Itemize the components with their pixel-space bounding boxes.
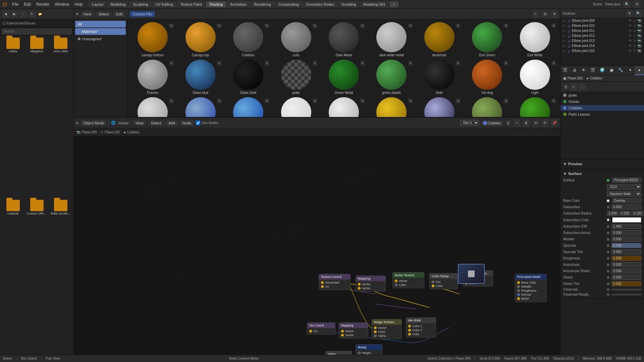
sr2[interactable]: 0.200 — [619, 211, 631, 216]
tab-layout[interactable]: Layout — [89, 1, 107, 7]
distribution-select[interactable]: GGX — [607, 184, 641, 190]
topbar-icon-settings[interactable]: ⚙ — [633, 1, 641, 8]
cursor-icon1[interactable]: ⊙ — [633, 19, 636, 22]
eye-icon3[interactable]: 👁 — [629, 29, 632, 33]
prop-tab-modifier[interactable]: 🔧 — [616, 66, 626, 75]
nav-up-btn[interactable]: ↑ — [19, 10, 27, 18]
render-icon2[interactable]: 📷 — [637, 24, 641, 27]
render-icon4[interactable]: 📷 — [637, 34, 641, 38]
mat-edit-icon-27[interactable]: ✎ — [551, 99, 556, 103]
eye-icon4[interactable]: 👁 — [629, 34, 632, 38]
mat-item-logo2[interactable]: ✎ Logo 2 — [226, 97, 271, 117]
nav-refresh-btn[interactable]: ↻ — [28, 10, 36, 18]
tab-add[interactable]: + — [389, 1, 398, 7]
mat-edit-icon-16[interactable]: ✎ — [456, 61, 461, 66]
node-mapping2[interactable]: Mapping Vector Vector — [339, 322, 368, 339]
mat-list-grate[interactable]: grate — [560, 92, 644, 99]
metal-val[interactable]: 0.000 — [611, 237, 641, 242]
sr1[interactable]: 1.000 — [607, 211, 619, 216]
new-mat-btn[interactable]: + — [513, 119, 521, 127]
outliner-filter-btn[interactable]: ▼ — [626, 10, 633, 17]
prop-tab-object[interactable]: ▣ — [607, 66, 616, 75]
node-output[interactable] — [458, 264, 485, 284]
slot-dropdown[interactable]: Slot 3 — [460, 120, 479, 126]
preview-btn[interactable]: 👁 — [541, 119, 549, 127]
outliner-item-7[interactable]: ▷ △ Elbow joint.015 👁 ⊙ 📷 — [560, 48, 644, 53]
render-icon5[interactable]: 📷 — [637, 39, 641, 43]
folder-adobe[interactable]: Adobe — [2, 38, 24, 198]
mat-edit-icon[interactable]: ✎ — [169, 23, 174, 28]
preview-header[interactable]: ▼ Preview — [563, 161, 641, 167]
spec-val[interactable]: 0.500 — [611, 243, 641, 248]
tab-uv[interactable]: UV Editing — [152, 1, 176, 7]
node-img-tex[interactable]: Image Texture Vector Color Alpha — [372, 319, 402, 339]
mat-item-green-plastic[interactable]: ✎ green plastic — [369, 60, 414, 95]
tab-shading[interactable]: Shading — [206, 1, 226, 7]
sheen-val[interactable]: 0.000 — [611, 275, 641, 280]
node-mapping[interactable]: Mapping Vector Vector — [356, 276, 386, 292]
mat-edit-icon-24[interactable]: ✎ — [408, 99, 413, 103]
breadcrumb-plane025[interactable]: Plane.025 — [105, 130, 120, 134]
tab-animation[interactable]: Animation — [227, 1, 250, 7]
mat-edit-icon-11[interactable]: ✎ — [217, 61, 222, 66]
subsurface-val[interactable]: 0.000 — [611, 204, 641, 209]
mat-edit-icon-18[interactable]: ✎ — [551, 61, 556, 66]
breadcrumb-plane055[interactable]: Plane.055 — [82, 130, 97, 134]
mat-item-logo1[interactable]: ✎ Logo 1 — [178, 97, 223, 117]
aniso-val[interactable]: 0.000 — [611, 262, 641, 267]
mat-list-ocean[interactable]: Ocean — [560, 99, 644, 105]
render-icon7[interactable]: 📷 — [637, 49, 641, 53]
mat-edit-icon-3[interactable]: ✎ — [265, 23, 269, 28]
prop-tab-scene[interactable]: 🎬 — [588, 66, 598, 75]
cursor-icon7[interactable]: ⊙ — [633, 49, 636, 53]
slot-add-btn[interactable]: + — [570, 83, 577, 90]
mat-edit-icon-25[interactable]: ✎ — [456, 99, 461, 103]
mat-edit-icon-2[interactable]: ✎ — [217, 23, 222, 28]
cc-val[interactable] — [611, 289, 641, 290]
render-icon6[interactable]: 📷 — [637, 44, 641, 48]
mat-item-canopy-top[interactable]: ✎ Canopy top — [178, 22, 223, 57]
folder-anno[interactable]: Anno 1800 — [50, 38, 71, 198]
node-tex-coord[interactable]: Texture Coord Generated UV — [319, 274, 351, 290]
topbar-icon-search[interactable]: 🔍 — [623, 1, 631, 8]
cursor-icon2[interactable]: ⊙ — [633, 24, 636, 27]
tab-texture[interactable]: Texture Paint — [177, 1, 205, 7]
node-principled[interactable]: Principled BSDF Base Color Metallic Roug… — [515, 274, 547, 302]
mat-select-btn[interactable]: Select — [96, 11, 112, 17]
mat-edit-icon-4[interactable]: ✎ — [313, 23, 317, 28]
tab-sculpting[interactable]: Sculpting — [129, 1, 151, 7]
mat-list-cobbles[interactable]: Cobbles — [560, 105, 644, 111]
mat-item-palm-leaves[interactable]: ✎ Palm Leaves — [513, 97, 557, 117]
nav-forward-btn[interactable]: ▶ — [11, 10, 18, 18]
node-view-btn[interactable]: View — [133, 120, 146, 126]
mat-edit-icon-22[interactable]: ✎ — [313, 99, 317, 103]
node-color-ramp1[interactable]: Color Ramp Fac Color — [429, 273, 458, 289]
mat-edit-btn[interactable]: Edit — [113, 11, 125, 17]
mat-item-mayo[interactable]: ✎ Mayo — [273, 97, 318, 117]
outliner-item-5[interactable]: ▷ △ Elbow joint.013 👁 ⊙ 📷 — [560, 38, 644, 43]
mat-item-curb[interactable]: ✎ curb — [273, 22, 318, 57]
node-tex-coord2[interactable]: Tex Coord UV — [307, 322, 335, 335]
node-mix-rgb[interactable]: Mix RGB Color 1 Color 2 Color — [406, 317, 436, 338]
eye-icon6[interactable]: 👁 — [629, 44, 632, 48]
mat-list-palm[interactable]: Palm Leaves — [560, 111, 644, 118]
mat-item-light[interactable]: ✎ Light — [513, 60, 557, 95]
mat-item-glass-dark[interactable]: ✎ Glass Dark — [226, 60, 271, 95]
mat-edit-icon-13[interactable]: ✎ — [313, 61, 317, 66]
mat-item-glass-blue[interactable]: ✎ Glass blue — [178, 60, 223, 95]
tab-modeling[interactable]: Modeling — [107, 1, 129, 7]
mat-edit-icon-12[interactable]: ✎ — [265, 61, 269, 66]
prop-tab-render[interactable]: 🎬 — [560, 66, 570, 75]
node-node-btn[interactable]: Node — [180, 120, 194, 126]
mat-edit-icon-19[interactable]: ✎ — [169, 99, 174, 103]
mat-item-grate[interactable]: ✎ grate — [273, 60, 318, 95]
mat-item-exit-green[interactable]: ✎ Exit Green — [465, 22, 509, 57]
mat-item-cobbles[interactable]: ✎ Cobbles — [226, 22, 271, 57]
mat-item-green-metal[interactable]: ✎ Green Metal — [321, 60, 366, 95]
tab-scripting[interactable]: Scripting — [338, 1, 359, 7]
cursor-icon4[interactable]: ⊙ — [633, 34, 636, 38]
node-mode-object[interactable]: Object Mode — [80, 120, 107, 126]
mat-item-mustard[interactable]: ✎ mustard — [369, 97, 414, 117]
node-canvas[interactable]: RRCG 人人素材 RRCG 人人素材 — [74, 136, 560, 362]
mat-item-painted-metal[interactable]: ✎ Painted Metal — [465, 97, 509, 117]
